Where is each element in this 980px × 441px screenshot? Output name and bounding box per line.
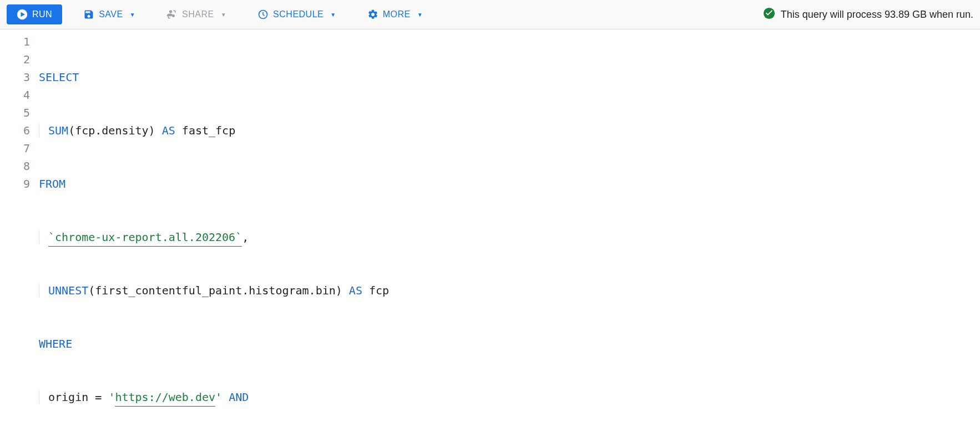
chevron-down-icon: ▼ [130, 12, 135, 18]
save-label: SAVE [99, 9, 123, 19]
schedule-icon [257, 9, 269, 20]
save-icon [83, 9, 94, 20]
keyword-where: WHERE [39, 335, 72, 353]
line-number: 4 [0, 86, 30, 104]
chevron-down-icon: ▼ [330, 12, 336, 18]
line-number: 6 [0, 122, 30, 139]
keyword-from: FROM [39, 175, 65, 193]
svg-point-1 [169, 11, 172, 13]
chevron-down-icon: ▼ [417, 12, 423, 18]
table-name: `chrome-ux-report.all.202206` [48, 228, 242, 247]
line-number: 2 [0, 51, 30, 68]
schedule-label: SCHEDULE [273, 9, 324, 19]
play-icon [17, 9, 28, 20]
query-status: This query will process 93.89 GB when ru… [763, 7, 973, 22]
line-number: 9 [0, 175, 30, 193]
fn-sum: SUM [48, 122, 68, 139]
line-number: 1 [0, 33, 30, 51]
more-label: MORE [383, 9, 411, 19]
chevron-down-icon: ▼ [221, 12, 226, 18]
gear-icon [367, 9, 378, 20]
share-icon [166, 9, 178, 20]
keyword-select: SELECT [39, 68, 79, 86]
run-button[interactable]: RUN [7, 4, 62, 24]
code-area[interactable]: SELECT SUM(fcp.density) AS fast_fcp FROM… [39, 33, 980, 441]
status-text: This query will process 93.89 GB when ru… [781, 9, 973, 21]
line-number: 3 [0, 68, 30, 86]
checkmark-icon [763, 7, 775, 22]
more-button[interactable]: MORE ▼ [357, 4, 433, 24]
share-button[interactable]: SHARE ▼ [156, 4, 236, 24]
sql-editor[interactable]: 1 2 3 4 5 6 7 8 9 SELECT SUM(fcp.density… [0, 29, 980, 441]
line-number: 7 [0, 139, 30, 157]
run-label: RUN [32, 9, 52, 19]
line-number: 8 [0, 157, 30, 175]
line-gutter: 1 2 3 4 5 6 7 8 9 [0, 33, 39, 441]
fn-unnest: UNNEST [48, 282, 88, 299]
share-label: SHARE [182, 9, 214, 19]
line-number: 5 [0, 104, 30, 122]
schedule-button[interactable]: SCHEDULE ▼ [247, 4, 346, 24]
query-toolbar: RUN SAVE ▼ SHARE ▼ SCHEDULE ▼ MORE ▼ Thi… [0, 0, 980, 29]
save-button[interactable]: SAVE ▼ [73, 4, 145, 24]
